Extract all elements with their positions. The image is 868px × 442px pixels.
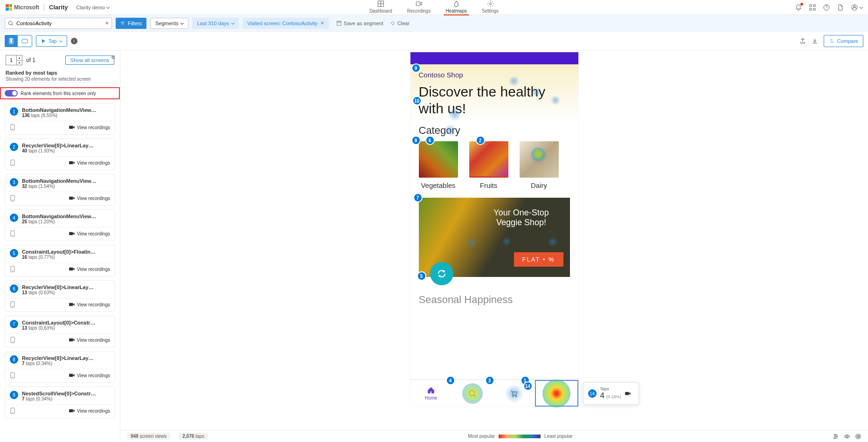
view-recordings-link[interactable]: View recordings bbox=[69, 372, 110, 379]
device-toggle-group bbox=[5, 35, 32, 47]
screen-search[interactable]: ✕ bbox=[5, 18, 112, 29]
eye-icon[interactable] bbox=[844, 433, 850, 440]
date-range-pill[interactable]: Last 310 days bbox=[192, 18, 239, 29]
chevron-down-icon bbox=[231, 21, 235, 25]
spin-up[interactable]: ▲ bbox=[17, 55, 22, 61]
target-icon[interactable] bbox=[855, 433, 861, 440]
project-dropdown[interactable]: Clarity demo bbox=[76, 5, 109, 10]
chevron-down-icon bbox=[860, 6, 863, 9]
category-item[interactable]: 8 Vegetables bbox=[419, 141, 458, 189]
heat-marker[interactable]: 14 bbox=[523, 381, 533, 391]
heat-marker[interactable]: 4 bbox=[446, 376, 455, 385]
heat-marker[interactable]: 6 bbox=[425, 136, 435, 145]
view-recordings-link[interactable]: View recordings bbox=[69, 159, 110, 166]
notifications-icon[interactable] bbox=[795, 4, 802, 11]
promo-banner[interactable]: 7 Your One-Stop Veggie Shop! FLAT • % 5 bbox=[419, 198, 570, 277]
device-statusbar bbox=[410, 52, 578, 64]
view-recordings-link[interactable]: View recordings bbox=[69, 230, 110, 237]
category-image bbox=[469, 141, 508, 178]
account-icon[interactable] bbox=[851, 4, 862, 11]
save-label: Save as segment bbox=[344, 21, 383, 26]
heat-marker[interactable]: 8 bbox=[411, 136, 421, 145]
camera-icon[interactable] bbox=[625, 391, 631, 396]
compare-button[interactable]: Compare bbox=[824, 35, 863, 47]
info-icon[interactable]: i bbox=[71, 38, 77, 44]
phone-view-button[interactable] bbox=[5, 35, 17, 47]
save-segment-button[interactable]: Save as segment bbox=[336, 21, 383, 26]
element-card[interactable]: 9 NestedScrollView[0]>ConstraintL... 7 t… bbox=[5, 387, 115, 418]
view-recordings-link[interactable]: View recordings bbox=[69, 301, 110, 308]
apps-icon[interactable] bbox=[809, 4, 816, 11]
heat-marker[interactable]: 7 bbox=[413, 193, 423, 202]
view-recordings-link[interactable]: View recordings bbox=[69, 266, 110, 272]
show-all-screens-button[interactable]: Show all screens bbox=[65, 55, 114, 65]
device-icon[interactable] bbox=[10, 407, 15, 414]
device-icon[interactable] bbox=[10, 372, 15, 379]
element-card[interactable]: 4 BottomNavigationMenuView[0]>... 25 tap… bbox=[5, 209, 115, 241]
view-recordings-link[interactable]: View recordings bbox=[69, 407, 110, 414]
element-card[interactable]: 1 BottomNavigationMenuView[0]>... 136 ta… bbox=[5, 103, 115, 135]
nav-dashboard[interactable]: Dashboard bbox=[368, 0, 394, 15]
device-icon[interactable] bbox=[10, 230, 15, 237]
help-icon[interactable] bbox=[823, 4, 830, 11]
banner-cta[interactable]: FLAT • % bbox=[514, 252, 563, 267]
device-icon[interactable] bbox=[10, 124, 15, 131]
metric-dropdown[interactable]: Tap bbox=[36, 35, 67, 47]
device-icon[interactable] bbox=[10, 337, 15, 343]
category-item[interactable]: 6 Fruits bbox=[469, 141, 508, 189]
view-recordings-link[interactable]: View recordings bbox=[69, 124, 110, 131]
device-icon[interactable] bbox=[10, 266, 15, 272]
elements-list[interactable]: 1 BottomNavigationMenuView[0]>... 136 ta… bbox=[0, 99, 120, 442]
heat-marker[interactable]: 5 bbox=[417, 271, 426, 281]
sliders-icon[interactable] bbox=[833, 433, 839, 440]
element-card[interactable]: 2 RecyclerView[0]>LinearLayout[2] 40 tap… bbox=[5, 138, 115, 170]
device-icon[interactable] bbox=[10, 159, 15, 166]
element-card[interactable]: 8 RecyclerView[0]>LinearLayout[0] 7 taps… bbox=[5, 351, 115, 383]
taps-stat: 2,076 taps bbox=[179, 433, 208, 440]
heat-marker[interactable]: 10 bbox=[412, 96, 422, 105]
filters-button[interactable]: Filters bbox=[116, 18, 146, 29]
clear-button[interactable]: Clear bbox=[390, 21, 410, 26]
view-recordings-link[interactable]: View recordings bbox=[69, 195, 110, 201]
bottom-nav-favorites[interactable] bbox=[535, 380, 578, 407]
element-card[interactable]: 7 ConstraintLayout[0]>ConstraintLa... 13… bbox=[5, 316, 115, 347]
download-icon[interactable] bbox=[812, 38, 818, 44]
share-icon[interactable] bbox=[799, 38, 806, 44]
element-card[interactable]: 5 ConstraintLayout[0]>FloatingActi... 16… bbox=[5, 245, 115, 276]
view-recordings-link[interactable]: View recordings bbox=[69, 337, 110, 343]
segments-dropdown[interactable]: Segments bbox=[150, 18, 189, 29]
spin-down[interactable]: ▼ bbox=[17, 61, 22, 65]
svg-rect-7 bbox=[810, 8, 812, 10]
device-icon[interactable] bbox=[10, 301, 15, 308]
rank-screen-toggle[interactable] bbox=[5, 90, 18, 97]
rank-badge: 3 bbox=[10, 178, 18, 186]
bottom-nav-home[interactable]: Home bbox=[410, 380, 452, 407]
category-item[interactable]: 2 Dairy bbox=[520, 141, 559, 189]
search-icon bbox=[468, 389, 477, 398]
banner-line1: Your One-Stop bbox=[479, 208, 563, 218]
heat-blob bbox=[532, 148, 545, 161]
search-input[interactable] bbox=[16, 21, 102, 26]
preview-canvas[interactable]: 9 Contoso Shop 10 Discover the healthy w… bbox=[120, 50, 868, 430]
nav-heatmaps[interactable]: Heatmaps bbox=[444, 0, 469, 15]
page-number-input[interactable]: ▲ ▼ bbox=[6, 55, 22, 65]
element-card[interactable]: 6 RecyclerView[0]>LinearLayout[1] 13 tap… bbox=[5, 280, 115, 312]
heat-marker[interactable]: 3 bbox=[485, 376, 494, 385]
visited-screen-pill[interactable]: Visited screen: ContosoActivity ✕ bbox=[243, 18, 329, 29]
tablet-view-button[interactable] bbox=[18, 35, 32, 47]
svg-point-11 bbox=[854, 6, 855, 7]
nav-recordings[interactable]: Recordings bbox=[405, 0, 433, 15]
collapse-sidebar-icon[interactable] bbox=[110, 54, 116, 62]
project-name: Clarity demo bbox=[76, 5, 105, 10]
fab-refresh[interactable] bbox=[430, 262, 453, 285]
page-value[interactable] bbox=[6, 55, 16, 65]
clear-search-icon[interactable]: ✕ bbox=[105, 21, 109, 26]
remove-pill-icon[interactable]: ✕ bbox=[320, 21, 324, 26]
heat-marker[interactable]: 9 bbox=[411, 63, 421, 73]
document-icon[interactable] bbox=[837, 4, 844, 11]
heat-marker[interactable]: 2 bbox=[476, 136, 485, 145]
nav-settings[interactable]: Settings bbox=[480, 0, 500, 15]
device-icon[interactable] bbox=[10, 195, 15, 201]
tooltip-rank: 14 bbox=[588, 389, 597, 398]
element-card[interactable]: 3 BottomNavigationMenuView[0]>... 32 tap… bbox=[5, 174, 115, 206]
